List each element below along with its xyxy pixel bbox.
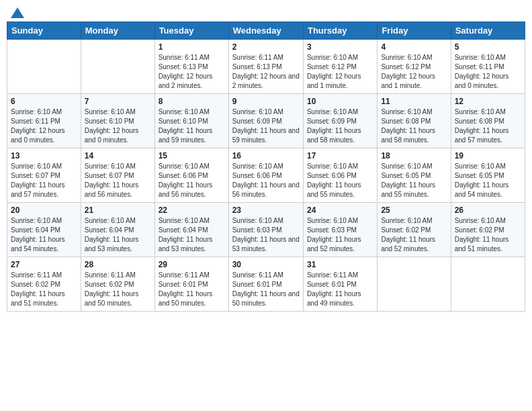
day-number: 24 [307,205,373,215]
day-number: 31 [307,260,373,269]
day-info: Sunrise: 6:10 AM Sunset: 6:12 PM Dayligh… [307,53,373,91]
calendar-cell: 20Sunrise: 6:10 AM Sunset: 6:04 PM Dayli… [7,203,81,257]
day-number: 27 [11,260,77,269]
day-info: Sunrise: 6:10 AM Sunset: 6:03 PM Dayligh… [232,216,300,254]
day-number: 7 [85,97,151,106]
day-number: 4 [381,42,447,52]
day-number: 20 [11,205,77,215]
day-number: 25 [381,205,447,215]
day-info: Sunrise: 6:10 AM Sunset: 6:06 PM Dayligh… [232,162,300,199]
day-info: Sunrise: 6:11 AM Sunset: 6:02 PM Dayligh… [11,271,77,308]
calendar-cell: 19Sunrise: 6:10 AM Sunset: 6:05 PM Dayli… [451,148,525,203]
calendar-cell: 26Sunrise: 6:10 AM Sunset: 6:02 PM Dayli… [451,203,525,257]
day-info: Sunrise: 6:10 AM Sunset: 6:10 PM Dayligh… [85,107,151,145]
day-number: 8 [159,97,225,106]
calendar-cell: 7Sunrise: 6:10 AM Sunset: 6:10 PM Daylig… [81,94,154,148]
weekday-header: Tuesday [154,22,228,40]
calendar-cell: 27Sunrise: 6:11 AM Sunset: 6:02 PM Dayli… [7,257,81,312]
day-number: 17 [307,151,373,161]
calendar-week-row: 20Sunrise: 6:10 AM Sunset: 6:04 PM Dayli… [7,203,525,257]
day-info: Sunrise: 6:10 AM Sunset: 6:12 PM Dayligh… [381,53,447,91]
day-number: 18 [381,151,447,161]
day-info: Sunrise: 6:10 AM Sunset: 6:04 PM Dayligh… [11,216,77,254]
calendar-cell [451,257,525,312]
day-number: 3 [307,42,373,52]
calendar-week-row: 27Sunrise: 6:11 AM Sunset: 6:02 PM Dayli… [7,257,525,312]
calendar-cell: 9Sunrise: 6:10 AM Sunset: 6:09 PM Daylig… [228,94,303,148]
day-number: 14 [85,151,151,161]
day-info: Sunrise: 6:11 AM Sunset: 6:01 PM Dayligh… [307,271,373,308]
day-number: 23 [232,205,300,215]
calendar-cell: 11Sunrise: 6:10 AM Sunset: 6:08 PM Dayli… [378,94,451,148]
day-info: Sunrise: 6:10 AM Sunset: 6:09 PM Dayligh… [307,107,373,145]
day-info: Sunrise: 6:11 AM Sunset: 6:01 PM Dayligh… [159,271,225,308]
day-number: 19 [455,151,521,161]
day-info: Sunrise: 6:10 AM Sunset: 6:06 PM Dayligh… [159,162,225,199]
day-number: 6 [11,97,77,106]
weekday-header: Friday [378,22,451,40]
day-number: 9 [232,97,300,106]
calendar-cell: 1Sunrise: 6:11 AM Sunset: 6:13 PM Daylig… [154,40,228,94]
calendar-cell: 3Sunrise: 6:10 AM Sunset: 6:12 PM Daylig… [303,40,377,94]
calendar-week-row: 13Sunrise: 6:10 AM Sunset: 6:07 PM Dayli… [7,148,525,203]
logo-icon [10,7,25,19]
day-info: Sunrise: 6:10 AM Sunset: 6:05 PM Dayligh… [381,162,447,199]
page-header [7,7,525,16]
calendar-cell: 12Sunrise: 6:10 AM Sunset: 6:08 PM Dayli… [451,94,525,148]
svg-marker-0 [11,7,24,18]
day-info: Sunrise: 6:10 AM Sunset: 6:02 PM Dayligh… [381,216,447,254]
calendar-cell: 17Sunrise: 6:10 AM Sunset: 6:06 PM Dayli… [303,148,377,203]
calendar-week-row: 1Sunrise: 6:11 AM Sunset: 6:13 PM Daylig… [7,40,525,94]
day-number: 21 [85,205,151,215]
calendar-cell: 23Sunrise: 6:10 AM Sunset: 6:03 PM Dayli… [228,203,303,257]
calendar-body: 1Sunrise: 6:11 AM Sunset: 6:13 PM Daylig… [7,40,525,312]
day-number: 26 [455,205,521,215]
calendar-cell: 25Sunrise: 6:10 AM Sunset: 6:02 PM Dayli… [378,203,451,257]
weekday-header: Wednesday [228,22,303,40]
day-info: Sunrise: 6:10 AM Sunset: 6:11 PM Dayligh… [11,107,77,145]
calendar-cell: 14Sunrise: 6:10 AM Sunset: 6:07 PM Dayli… [81,148,154,203]
day-number: 15 [159,151,225,161]
day-number: 12 [455,97,521,106]
calendar-cell: 28Sunrise: 6:11 AM Sunset: 6:02 PM Dayli… [81,257,154,312]
day-info: Sunrise: 6:10 AM Sunset: 6:04 PM Dayligh… [85,216,151,254]
calendar-cell: 18Sunrise: 6:10 AM Sunset: 6:05 PM Dayli… [378,148,451,203]
day-number: 5 [455,42,521,52]
calendar-cell: 22Sunrise: 6:10 AM Sunset: 6:04 PM Dayli… [154,203,228,257]
day-number: 16 [232,151,300,161]
calendar-cell: 21Sunrise: 6:10 AM Sunset: 6:04 PM Dayli… [81,203,154,257]
day-info: Sunrise: 6:11 AM Sunset: 6:01 PM Dayligh… [232,271,300,308]
day-info: Sunrise: 6:10 AM Sunset: 6:10 PM Dayligh… [159,107,225,145]
calendar-cell: 13Sunrise: 6:10 AM Sunset: 6:07 PM Dayli… [7,148,81,203]
day-number: 13 [11,151,77,161]
day-info: Sunrise: 6:11 AM Sunset: 6:02 PM Dayligh… [85,271,151,308]
day-info: Sunrise: 6:10 AM Sunset: 6:08 PM Dayligh… [455,107,521,145]
calendar-cell: 30Sunrise: 6:11 AM Sunset: 6:01 PM Dayli… [228,257,303,312]
day-number: 11 [381,97,447,106]
weekday-header: Monday [81,22,154,40]
weekday-header: Sunday [7,22,81,40]
calendar-cell: 10Sunrise: 6:10 AM Sunset: 6:09 PM Dayli… [303,94,377,148]
day-info: Sunrise: 6:10 AM Sunset: 6:05 PM Dayligh… [455,162,521,199]
day-info: Sunrise: 6:11 AM Sunset: 6:13 PM Dayligh… [232,53,300,91]
day-number: 29 [159,260,225,269]
day-number: 2 [232,42,300,52]
day-info: Sunrise: 6:10 AM Sunset: 6:03 PM Dayligh… [307,216,373,254]
day-number: 22 [159,205,225,215]
calendar-cell: 8Sunrise: 6:10 AM Sunset: 6:10 PM Daylig… [154,94,228,148]
day-info: Sunrise: 6:10 AM Sunset: 6:11 PM Dayligh… [455,53,521,91]
calendar-cell: 15Sunrise: 6:10 AM Sunset: 6:06 PM Dayli… [154,148,228,203]
calendar-cell: 31Sunrise: 6:11 AM Sunset: 6:01 PM Dayli… [303,257,377,312]
day-info: Sunrise: 6:10 AM Sunset: 6:06 PM Dayligh… [307,162,373,199]
day-number: 30 [232,260,300,269]
day-number: 10 [307,97,373,106]
calendar-cell: 24Sunrise: 6:10 AM Sunset: 6:03 PM Dayli… [303,203,377,257]
calendar-cell: 29Sunrise: 6:11 AM Sunset: 6:01 PM Dayli… [154,257,228,312]
day-info: Sunrise: 6:10 AM Sunset: 6:07 PM Dayligh… [11,162,77,199]
day-info: Sunrise: 6:10 AM Sunset: 6:02 PM Dayligh… [455,216,521,254]
day-info: Sunrise: 6:10 AM Sunset: 6:07 PM Dayligh… [85,162,151,199]
day-info: Sunrise: 6:10 AM Sunset: 6:04 PM Dayligh… [159,216,225,254]
day-info: Sunrise: 6:10 AM Sunset: 6:08 PM Dayligh… [381,107,447,145]
day-info: Sunrise: 6:11 AM Sunset: 6:13 PM Dayligh… [159,53,225,91]
calendar-cell: 6Sunrise: 6:10 AM Sunset: 6:11 PM Daylig… [7,94,81,148]
